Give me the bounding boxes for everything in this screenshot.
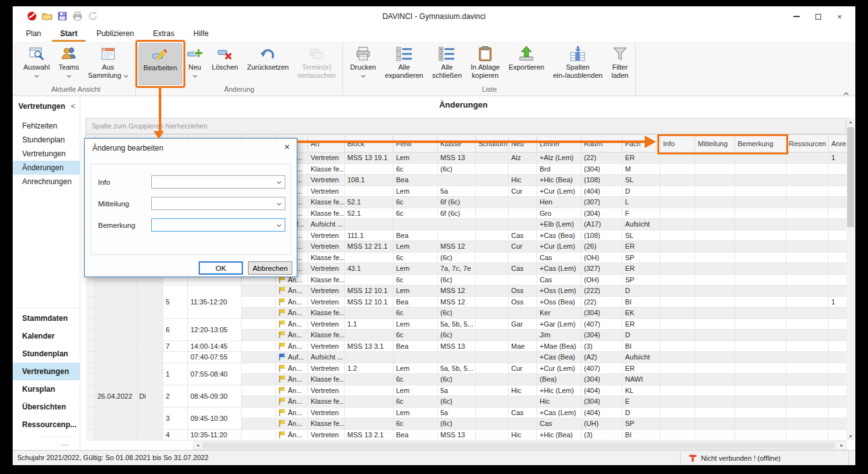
cell-anrec (829, 418, 847, 430)
connection-icon (688, 454, 701, 463)
vertical-scroll-thumb[interactable] (847, 127, 854, 227)
ok-button[interactable]: OK (199, 261, 243, 275)
reset-icon (259, 46, 276, 62)
group-by-bar[interactable]: Spalte zum Gruppieren hierherziehen (85, 118, 846, 134)
edit-change-dialog: Änderung bearbeiten × InfoMitteilungBeme… (84, 138, 297, 277)
cell-block: MSS 12 21.1 (345, 241, 394, 253)
sidebar-item-anrechnungen[interactable]: Anrechnungen (13, 175, 80, 189)
column-header-block[interactable]: Block (345, 135, 394, 153)
ribbon-button-drucken[interactable]: Drucken (345, 43, 380, 85)
cancel-button[interactable]: Abbrechen (248, 261, 292, 275)
cell-ressourcen (786, 285, 829, 297)
column-header-fehlt[interactable]: Fehlt (394, 135, 438, 153)
ribbon-button-filter-laden[interactable]: Filterladen (607, 43, 633, 85)
cell-info (660, 363, 695, 374)
sidebar-main-nav: StammdatenKalenderStundenplanVertretunge… (13, 308, 80, 433)
cell-info (660, 374, 695, 385)
cell-klasse: 5a, 5b, 5... (438, 318, 476, 330)
column-header-anrec[interactable]: Anrec (829, 135, 847, 153)
ribbon-button-spalten-ein-ausblenden[interactable]: Spaltenein-/ausblenden (549, 43, 607, 85)
print-small-icon[interactable] (72, 11, 83, 22)
davinci-logo-icon[interactable] (27, 11, 37, 22)
tab-hilfe[interactable]: Hilfe (185, 27, 217, 42)
ribbon-button-auswahl[interactable]: Auswahl (19, 43, 54, 85)
table-row[interactable]: 309:45-10:30Än...VertretenLem5aCas+Cas (… (86, 407, 847, 418)
column-header-schulform[interactable]: Schulform (476, 135, 509, 153)
cell-neu: Cas (509, 230, 537, 241)
sidebar-item-vertretungen[interactable]: Vertretungen (13, 147, 80, 161)
save-icon[interactable] (57, 11, 68, 22)
maximize-button[interactable] (807, 6, 829, 27)
column-header-art[interactable]: Art (308, 135, 345, 153)
cell-neu: Oss (509, 296, 537, 308)
tab-publizieren[interactable]: Publizieren (88, 27, 142, 42)
cell-info (660, 396, 695, 408)
table-row[interactable]: 26.04.2022Di07:40-07:55Auf...Aufsicht ..… (86, 352, 847, 363)
sidebar-item-fehlzeiten[interactable]: Fehlzeiten (13, 119, 80, 133)
tab-start[interactable]: Start (52, 27, 85, 42)
cell-mitteilung (695, 352, 735, 363)
ribbon-button-exportieren[interactable]: Exportieren (504, 43, 549, 85)
ribbon-button-löschen[interactable]: Löschen (208, 43, 243, 85)
ribbon-button-neu[interactable]: Neu (182, 43, 208, 85)
cell-mitteilung (695, 163, 735, 175)
sidebar: Vertretungen< FehlzeitenStundenplanVertr… (13, 96, 80, 450)
ribbon-button-alle-schließen[interactable]: Alleschließen (428, 43, 466, 85)
cell-raum: (304) (581, 163, 623, 175)
sidebar-item-stundenplan[interactable]: Stundenplan (13, 133, 80, 147)
bemerkung-combobox[interactable] (151, 218, 285, 232)
table-row[interactable]: 208:45-09:30Än...VertretenLem5aHic+Hic (… (86, 385, 847, 396)
cell-block (345, 396, 394, 408)
minimize-button[interactable] (786, 6, 807, 27)
sidebar-item-kalender[interactable]: Kalender (13, 327, 80, 345)
vertical-scrollbar[interactable]: ▲ ▼ (846, 118, 855, 440)
cell-lehrer: Hen (537, 197, 581, 208)
open-folder-icon[interactable] (42, 11, 53, 22)
cell-raum: (108) (581, 175, 623, 186)
table-row[interactable]: 511:35-12:20Än...VertretenMSS 12 10.1Lem… (86, 285, 847, 297)
horizontal-scrollbar[interactable]: ◄ ► (193, 441, 846, 450)
mitteilung-combobox[interactable] (151, 197, 285, 210)
dialog-close-button[interactable]: × (284, 141, 290, 152)
sidebar-item-vertretungen[interactable]: Vertretungen (13, 363, 80, 380)
column-header-ressourcen[interactable]: Ressourcen (786, 135, 829, 153)
cell-art: Vertreten (308, 296, 345, 308)
sidebar-item-übersichten[interactable]: Übersichten (13, 398, 80, 416)
table-row[interactable]: 410:35-11:20Än...VertretenMSS 13 2.1BeaM… (86, 429, 847, 440)
ribbon-button-alle-expandieren[interactable]: Alleexpandieren (380, 43, 428, 85)
scroll-up-button[interactable]: ▲ (846, 118, 855, 126)
table-row[interactable]: 714:00-14:45Än...VertretenMSS 13 3.1BeaM… (86, 340, 847, 352)
cell-ressourcen (786, 385, 829, 396)
ribbon-button-in-ablage-kopieren[interactable]: In Ablagekopieren (466, 43, 504, 85)
column-header-lehrer[interactable]: Lehrer (537, 135, 581, 153)
scroll-left-button[interactable]: ◄ (194, 442, 202, 449)
table-row[interactable]: 107:55-08:40Än...Vertreten1.2Lem5a, 5b, … (86, 363, 847, 374)
column-header-klasse[interactable]: Klasse (438, 135, 476, 153)
info-combobox[interactable] (151, 175, 285, 189)
sidebar-collapse-button[interactable]: < (71, 102, 75, 111)
tab-plan[interactable]: Plan (18, 27, 49, 42)
cell-art: Klasse fe... (308, 252, 345, 263)
cell-klasse: (6c) (438, 330, 476, 341)
cell-ressourcen (786, 185, 829, 197)
ribbon-button-zurücksetzen[interactable]: Zurücksetzen (242, 43, 293, 85)
column-header-neu[interactable]: Neu (509, 135, 537, 153)
ribbon-button-teams[interactable]: Teams (54, 43, 84, 85)
sidebar-item-änderungen[interactable]: Änderungen (13, 161, 80, 175)
scroll-down-button[interactable]: ▼ (846, 432, 855, 440)
sidebar-item-ressourcenp[interactable]: Ressourcenp... (13, 416, 80, 433)
cell-schulform (476, 396, 509, 408)
cell-klasse: (6c) (438, 418, 476, 430)
cell-raum: (304) (581, 330, 623, 341)
sidebar-more-button[interactable]: ... (42, 437, 72, 447)
horizontal-scroll-thumb[interactable] (202, 442, 835, 449)
table-row[interactable]: 612:20-13:05Än...Vertreten1.1Lem5a, 5b, … (86, 318, 847, 330)
ribbon-button-aus-sammlung[interactable]: AusSammlung (84, 43, 133, 85)
sidebar-item-stundenplan[interactable]: Stundenplan (13, 345, 80, 363)
scroll-right-button[interactable]: ► (838, 442, 846, 449)
column-header-raum[interactable]: Raum (581, 135, 623, 153)
close-button[interactable]: × (829, 6, 850, 27)
sidebar-item-kursplan[interactable]: Kursplan (13, 380, 80, 398)
cell-klasse: (6c) (438, 308, 476, 319)
sidebar-item-stammdaten[interactable]: Stammdaten (13, 309, 80, 327)
